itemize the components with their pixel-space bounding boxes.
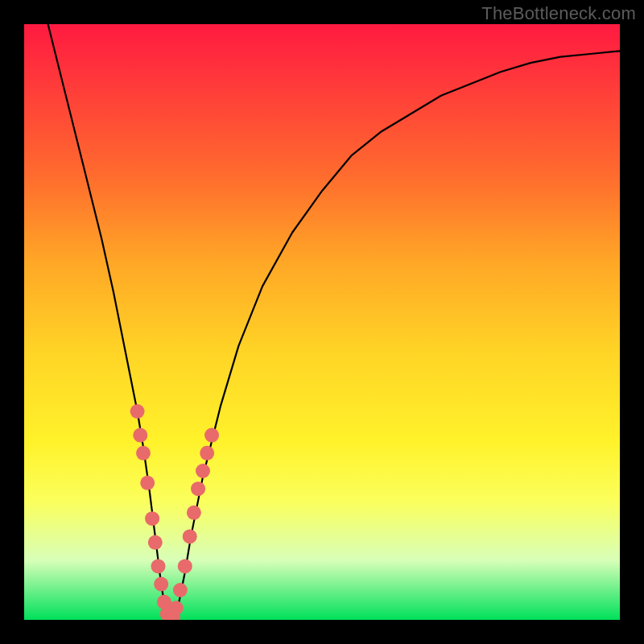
data-marker — [178, 559, 192, 573]
data-marker — [133, 428, 147, 443]
curve-layer — [48, 24, 620, 620]
data-marker — [140, 476, 155, 490]
data-marker — [151, 559, 166, 573]
data-marker — [148, 535, 163, 550]
data-marker — [196, 464, 210, 478]
data-marker — [191, 481, 205, 496]
data-marker — [204, 428, 219, 443]
data-marker — [154, 577, 168, 592]
chart-frame: TheBottleneck.com — [0, 0, 644, 644]
bottleneck-curve — [48, 24, 620, 620]
data-marker — [200, 446, 214, 460]
data-marker — [136, 446, 151, 460]
data-marker — [169, 601, 184, 615]
data-marker — [145, 511, 159, 526]
plot-area — [24, 24, 620, 620]
data-marker — [173, 583, 188, 597]
watermark-text: TheBottleneck.com — [481, 3, 636, 24]
chart-overlay-svg — [24, 24, 620, 620]
data-marker — [183, 529, 197, 543]
data-marker — [187, 506, 201, 520]
data-marker — [130, 404, 145, 419]
marker-layer — [130, 404, 220, 620]
